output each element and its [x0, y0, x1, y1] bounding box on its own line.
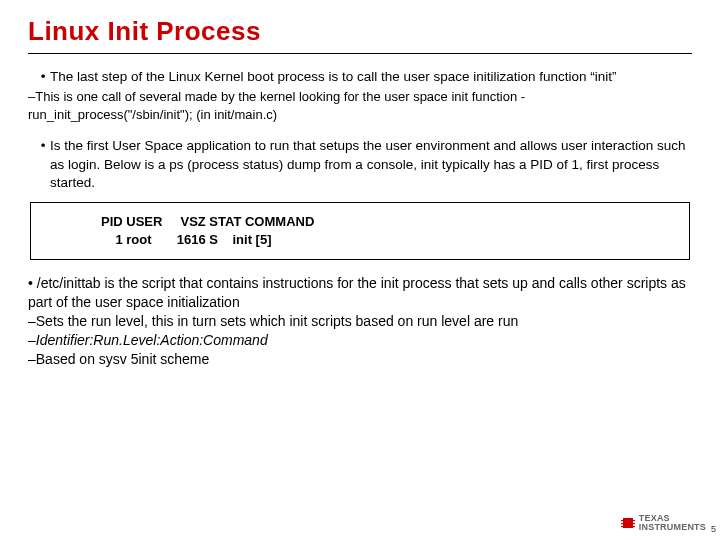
sub-line-3b: –Identifier:Run.Level:Action:Command [28, 331, 692, 350]
bullet-2: • Is the first User Space application to… [28, 137, 692, 192]
title-underline [28, 53, 692, 54]
code-block: PID USER VSZ STAT COMMAND 1 root 1616 S … [30, 202, 690, 260]
sub-line-3a: –Sets the run level, this in turn sets w… [28, 312, 692, 331]
bullet-1: • The last step of the Linux Kernel boot… [28, 68, 692, 86]
ti-logo: TEXAS INSTRUMENTS [621, 514, 706, 532]
svg-rect-5 [633, 523, 635, 524]
sub-line-1: –This is one call of several made by the… [28, 88, 692, 123]
bullet-3: • /etc/inittab is the script that contai… [28, 274, 692, 312]
svg-rect-1 [621, 520, 623, 521]
bullet-3-text: • /etc/inittab is the script that contai… [28, 275, 686, 310]
svg-rect-3 [621, 526, 623, 527]
svg-rect-6 [633, 526, 635, 527]
svg-rect-2 [621, 523, 623, 524]
svg-rect-4 [633, 520, 635, 521]
svg-rect-0 [623, 518, 633, 528]
ti-chip-icon [621, 516, 635, 530]
ti-text: TEXAS INSTRUMENTS [639, 514, 706, 532]
bullet-1-text: The last step of the Linux Kernel boot p… [50, 68, 692, 86]
footer: TEXAS INSTRUMENTS [621, 514, 706, 532]
page-number: 5 [711, 524, 716, 534]
bullet-dot-icon: • [36, 137, 50, 155]
ti-text-line2: INSTRUMENTS [639, 523, 706, 532]
bullet-dot-icon: • [36, 68, 50, 86]
slide-title: Linux Init Process [28, 16, 692, 47]
bullet-2-text: Is the first User Space application to r… [50, 137, 692, 192]
sub-line-3c: –Based on sysv 5init scheme [28, 350, 692, 369]
